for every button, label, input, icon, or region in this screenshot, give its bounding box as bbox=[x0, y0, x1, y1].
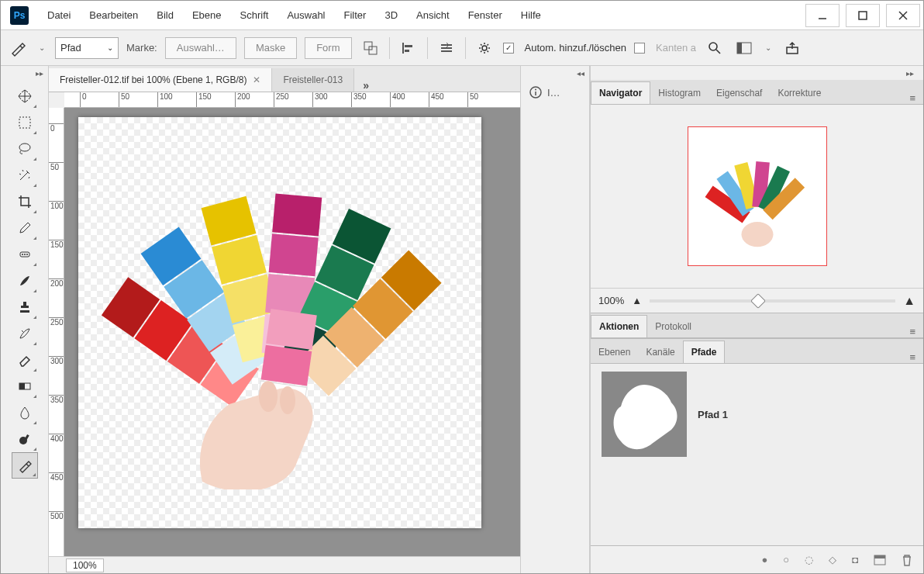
menu-3d[interactable]: 3D bbox=[375, 3, 407, 27]
ruler-v-tick: 100 bbox=[49, 201, 64, 210]
panel-menu-icon[interactable]: ≡ bbox=[902, 92, 923, 104]
svg-rect-13 bbox=[737, 43, 742, 54]
crop-tool[interactable] bbox=[12, 188, 38, 215]
tab-close-icon[interactable]: ✕ bbox=[253, 74, 260, 85]
toolbox: ▸▸ bbox=[1, 66, 49, 573]
tab-eigenschaften[interactable]: Eigenschaf bbox=[709, 82, 770, 104]
mode-select[interactable]: Pfad ⌄ bbox=[55, 37, 119, 59]
navigator-thumbnail[interactable] bbox=[688, 126, 827, 266]
tab-protokoll[interactable]: Protokoll bbox=[647, 316, 699, 337]
ruler-v-tick: 50 bbox=[49, 162, 64, 171]
menu-bild[interactable]: Bild bbox=[147, 3, 183, 27]
maximize-button[interactable] bbox=[846, 4, 880, 27]
path-item[interactable]: Pfad 1 bbox=[598, 368, 915, 460]
svg-rect-5 bbox=[369, 47, 377, 54]
zoom-slider[interactable] bbox=[650, 299, 895, 303]
close-button[interactable] bbox=[886, 4, 920, 27]
wand-tool[interactable] bbox=[12, 162, 38, 188]
path-to-selection-icon[interactable]: ◌ bbox=[805, 554, 813, 565]
app-logo: Ps bbox=[10, 6, 29, 25]
strip-collapse[interactable]: ◂◂ bbox=[521, 66, 589, 80]
lasso-tool[interactable] bbox=[12, 136, 38, 162]
dodge-tool[interactable] bbox=[12, 426, 38, 452]
canvas-background[interactable] bbox=[64, 108, 520, 556]
pen-tool-indicator[interactable] bbox=[7, 37, 29, 59]
tab-korrekturen[interactable]: Korrekture bbox=[770, 82, 829, 104]
fill-path-icon[interactable]: ● bbox=[761, 554, 767, 565]
gear-icon[interactable] bbox=[474, 37, 495, 59]
menu-filter[interactable]: Filter bbox=[335, 3, 376, 27]
stamp-tool[interactable] bbox=[12, 294, 38, 320]
menu-ansicht[interactable]: Ansicht bbox=[407, 3, 459, 27]
auswahl-button[interactable]: Auswahl… bbox=[165, 37, 236, 59]
toolbox-collapse[interactable]: ▸▸ bbox=[1, 66, 48, 80]
nav-zoom-value[interactable]: 100% bbox=[598, 295, 624, 306]
panel-menu-icon[interactable]: ≡ bbox=[902, 351, 923, 363]
tab-inactive-label: Freisteller-013 bbox=[283, 74, 343, 85]
menu-datei[interactable]: Datei bbox=[38, 3, 80, 27]
menu-ebene[interactable]: Ebene bbox=[183, 3, 231, 27]
gradient-tool[interactable] bbox=[12, 373, 38, 399]
menu-fenster[interactable]: Fenster bbox=[459, 3, 512, 27]
zoom-out-icon[interactable]: ▲ bbox=[632, 295, 642, 306]
layers-tabs: Ebenen Kanäle Pfade ≡ bbox=[591, 339, 923, 364]
maximize-icon bbox=[858, 11, 867, 20]
healing-tool[interactable] bbox=[12, 241, 38, 268]
tab-active[interactable]: Freisteller-012.tif bei 100% (Ebene 1, R… bbox=[49, 68, 272, 92]
svg-point-9 bbox=[482, 46, 487, 50]
move-tool[interactable] bbox=[12, 83, 38, 109]
tab-ebenen[interactable]: Ebenen bbox=[591, 341, 638, 363]
ruler-h-tick: 100 bbox=[157, 92, 173, 107]
mode-select-value: Pfad bbox=[60, 42, 81, 54]
tab-pfade[interactable]: Pfade bbox=[683, 341, 726, 363]
ruler-horizontal[interactable]: 0 50 100 150 200 250 300 350 400 450 50 bbox=[64, 92, 520, 108]
add-mask-icon[interactable]: ◘ bbox=[852, 554, 858, 565]
workspace-dropdown[interactable]: ⌄ bbox=[763, 43, 774, 52]
eyedropper-tool[interactable] bbox=[12, 215, 38, 241]
maske-button[interactable]: Maske bbox=[244, 37, 297, 59]
form-button[interactable]: Form bbox=[305, 37, 351, 59]
ruler-h-tick: 300 bbox=[312, 92, 328, 107]
selection-to-path-icon[interactable]: ◇ bbox=[829, 554, 836, 565]
tab-histogram[interactable]: Histogram bbox=[650, 82, 709, 104]
auto-add-label: Autom. hinzuf./löschen bbox=[525, 42, 627, 54]
blur-tool[interactable] bbox=[12, 399, 38, 426]
tab-kanaele[interactable]: Kanäle bbox=[638, 341, 682, 363]
history-brush-tool[interactable] bbox=[12, 320, 38, 347]
menu-auswahl[interactable]: Auswahl bbox=[278, 3, 334, 27]
panels-collapse[interactable]: ▸▸ bbox=[591, 66, 923, 80]
tab-aktionen[interactable]: Aktionen bbox=[591, 315, 647, 337]
new-path-icon[interactable] bbox=[874, 555, 886, 565]
tab-overflow[interactable]: » bbox=[354, 79, 378, 92]
svg-rect-65 bbox=[874, 555, 885, 558]
search-icon[interactable] bbox=[704, 37, 726, 59]
eraser-tool[interactable] bbox=[12, 347, 38, 373]
minimize-button[interactable] bbox=[805, 4, 840, 27]
menu-bearbeiten[interactable]: Bearbeiten bbox=[80, 3, 147, 27]
delete-path-icon[interactable] bbox=[902, 554, 912, 566]
kanten-checkbox[interactable] bbox=[634, 43, 645, 54]
zoom-value[interactable]: 100% bbox=[66, 558, 104, 572]
tab-inactive[interactable]: Freisteller-013 bbox=[272, 68, 354, 92]
artboard[interactable] bbox=[78, 117, 481, 528]
tool-preset-dropdown[interactable]: ⌄ bbox=[36, 43, 47, 52]
svg-point-52 bbox=[259, 381, 278, 412]
stroke-path-icon[interactable]: ○ bbox=[783, 554, 789, 565]
share-icon[interactable] bbox=[781, 37, 803, 59]
info-panel-collapsed[interactable]: I… bbox=[521, 80, 589, 105]
pen-tool[interactable] bbox=[12, 452, 38, 479]
ruler-vertical[interactable]: 0 50 100 150 200 250 300 350 400 450 500 bbox=[49, 108, 64, 556]
auto-add-checkbox[interactable] bbox=[503, 43, 514, 54]
brush-tool[interactable] bbox=[12, 268, 38, 294]
align-icon[interactable] bbox=[398, 37, 419, 59]
svg-rect-7 bbox=[405, 45, 412, 47]
arrange-icon[interactable] bbox=[436, 37, 457, 59]
zoom-in-icon[interactable]: ▲ bbox=[903, 294, 915, 308]
panel-menu-icon[interactable]: ≡ bbox=[902, 326, 923, 337]
menu-hilfe[interactable]: Hilfe bbox=[512, 3, 550, 27]
marquee-tool[interactable] bbox=[12, 109, 38, 136]
menu-schrift[interactable]: Schrift bbox=[231, 3, 278, 27]
path-ops-icon[interactable] bbox=[360, 37, 381, 59]
tab-navigator[interactable]: Navigator bbox=[591, 81, 650, 104]
workspace-icon[interactable] bbox=[733, 37, 755, 59]
